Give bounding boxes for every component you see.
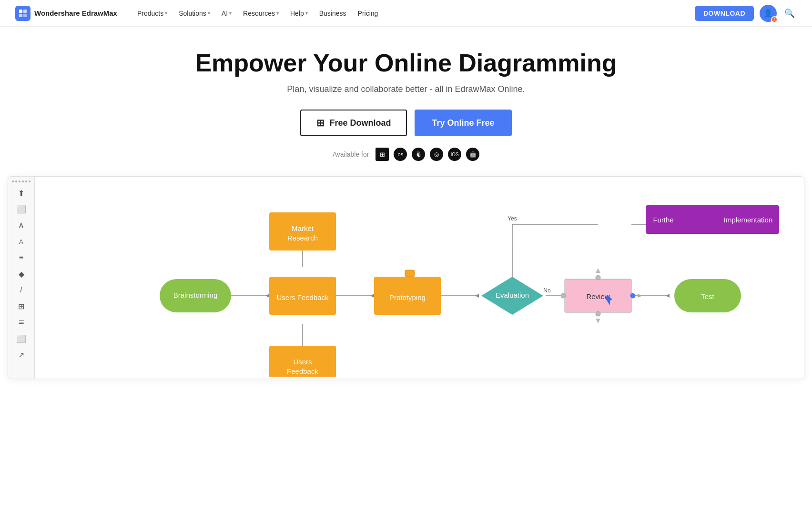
tool-collapse[interactable]: ⬆ xyxy=(12,185,30,200)
tool-table[interactable]: ≣ xyxy=(12,315,30,330)
logo-icon xyxy=(15,6,30,21)
tool-container[interactable]: ⬜ xyxy=(12,331,30,346)
logo[interactable]: Wondershare EdrawMax xyxy=(15,6,117,21)
svg-marker-14 xyxy=(370,294,374,298)
brand-name: Wondershare EdrawMax xyxy=(34,9,117,17)
diagram-wrapper: ⬆ ⬜ A A̲ ≡ ◆ / ⊞ ≣ ⬜ ↗ xyxy=(8,176,804,379)
svg-marker-33 xyxy=(596,319,600,323)
navbar: Wondershare EdrawMax Products ▾ Solution… xyxy=(0,0,812,27)
chevron-down-icon: ▾ xyxy=(165,10,167,16)
hero-title: Empower Your Online Diagramming xyxy=(10,50,802,77)
mac-platform-icon: os xyxy=(394,148,407,161)
tool-export[interactable]: ↗ xyxy=(12,347,30,362)
try-online-button[interactable]: Try Online Free xyxy=(415,110,511,136)
tool-text-style[interactable]: A̲ xyxy=(12,234,30,249)
search-button[interactable]: 🔍 xyxy=(782,6,797,20)
chevron-down-icon: ▾ xyxy=(305,10,308,16)
svg-marker-17 xyxy=(666,294,670,298)
windows-platform-icon: ⊞ xyxy=(376,148,389,161)
hero-buttons: ⊞ Free Download Try Online Free xyxy=(10,110,802,136)
linux-platform-icon: 🐧 xyxy=(412,148,425,161)
sidebar-tools: ⬆ ⬜ A A̲ ≡ ◆ / ⊞ ≣ ⬜ ↗ xyxy=(8,177,35,379)
ios-platform-icon: iOS xyxy=(448,148,461,161)
svg-marker-13 xyxy=(265,294,269,298)
brainstorming-label: Brainstorming xyxy=(173,291,218,299)
search-icon: 🔍 xyxy=(784,9,795,18)
svg-point-31 xyxy=(630,293,635,298)
tool-grid[interactable]: ⊞ xyxy=(12,299,30,314)
navbar-right: DOWNLOAD 👤 1 🔍 xyxy=(695,5,797,22)
product-ideas-label: Users Feedback xyxy=(276,293,329,301)
hero-subtitle: Plan, visualize and collaborate better -… xyxy=(10,84,802,94)
nav-links: Products ▾ Solutions ▾ AI ▾ Resources ▾ … xyxy=(132,7,695,20)
nav-pricing[interactable]: Pricing xyxy=(353,7,383,20)
hero-section: Empower Your Online Diagramming Plan, vi… xyxy=(0,27,812,176)
canvas-area[interactable]: Yes No Brainstorming Market Research Use… xyxy=(35,177,804,379)
svg-point-28 xyxy=(596,275,600,280)
tool-lines[interactable]: ≡ xyxy=(12,250,30,265)
download-button[interactable]: DOWNLOAD xyxy=(695,6,754,21)
chevron-down-icon: ▾ xyxy=(208,10,210,16)
nav-help[interactable]: Help ▾ xyxy=(285,7,313,20)
nav-solutions[interactable]: Solutions ▾ xyxy=(174,7,215,20)
users-feedback-label: Users xyxy=(293,358,312,366)
svg-rect-24 xyxy=(405,270,415,277)
svg-marker-15 xyxy=(475,294,479,298)
yes-label: Yes xyxy=(508,215,517,222)
drag-handle xyxy=(12,180,30,182)
nav-business[interactable]: Business xyxy=(315,7,351,20)
no-label: No xyxy=(543,287,551,294)
platform-availability: Available for: ⊞ os 🐧 ◎ iOS 🤖 xyxy=(10,148,802,161)
avatar[interactable]: 👤 1 xyxy=(760,5,777,22)
chevron-down-icon: ▾ xyxy=(229,10,232,16)
svg-rect-2 xyxy=(19,14,22,17)
avatar-icon: 👤 xyxy=(763,9,773,18)
nav-products[interactable]: Products ▾ xyxy=(132,7,172,20)
svg-rect-1 xyxy=(23,10,27,13)
android-platform-icon: 🤖 xyxy=(466,148,479,161)
notification-badge: 1 xyxy=(771,16,778,23)
implementation-label: Implementation xyxy=(724,216,773,224)
chrome-platform-icon: ◎ xyxy=(430,148,443,161)
test-label: Test xyxy=(701,292,714,301)
tool-shape[interactable]: ⬜ xyxy=(12,201,30,217)
free-download-button[interactable]: ⊞ Free Download xyxy=(300,110,407,136)
evaluation-label: Evaluation xyxy=(496,291,529,299)
windows-icon: ⊞ xyxy=(316,117,325,129)
svg-rect-0 xyxy=(19,10,22,13)
chevron-down-icon: ▾ xyxy=(276,10,279,16)
nav-ai[interactable]: AI ▾ xyxy=(217,7,236,20)
svg-point-29 xyxy=(596,311,600,316)
market-research-label: Market xyxy=(292,224,314,232)
nav-resources[interactable]: Resources ▾ xyxy=(238,7,284,20)
diagram-canvas: Yes No Brainstorming Market Research Use… xyxy=(35,177,804,377)
svg-marker-35 xyxy=(638,294,642,298)
tool-fill[interactable]: ◆ xyxy=(12,266,30,281)
users-feedback-label2: Feedback xyxy=(287,367,318,375)
svg-marker-34 xyxy=(596,268,600,273)
tool-pen[interactable]: / xyxy=(12,282,30,298)
svg-rect-3 xyxy=(23,14,27,17)
tool-text[interactable]: A xyxy=(12,218,30,233)
prototyping-label: Prototyping xyxy=(389,293,426,301)
svg-point-30 xyxy=(561,293,566,298)
market-research-label2: Research xyxy=(287,234,318,242)
